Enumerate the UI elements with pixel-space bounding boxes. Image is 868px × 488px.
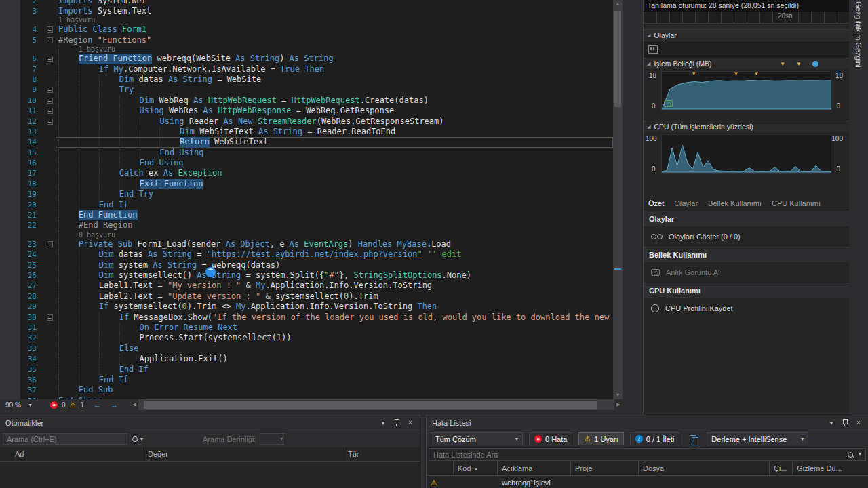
code-line[interactable]: 31On Error Resume Next xyxy=(0,323,613,333)
fold-margin[interactable]: − xyxy=(43,239,56,249)
fold-margin[interactable]: − xyxy=(43,85,56,95)
column-header-file[interactable]: Dosya xyxy=(639,462,770,475)
scroll-up-icon[interactable]: ▲ xyxy=(613,0,623,8)
fold-margin[interactable]: − xyxy=(43,24,56,35)
fold-margin[interactable]: − xyxy=(43,54,56,64)
code-line[interactable]: 34Application.Exit() xyxy=(0,354,613,364)
editor-vertical-scrollbar[interactable]: ▲ ▼ xyxy=(613,0,623,399)
column-header-project[interactable]: Proje xyxy=(571,462,639,475)
scroll-right-icon[interactable]: ▶ xyxy=(614,399,623,410)
intellisense-files-button[interactable] xyxy=(686,432,701,445)
navigate-back-icon[interactable]: ← xyxy=(94,401,101,409)
fold-margin[interactable]: − xyxy=(43,117,56,127)
messages-filter-button[interactable]: i 0 / 1 İleti xyxy=(630,432,680,445)
code-line[interactable]: 27Label1.Text = "My version : " & My.App… xyxy=(0,281,613,291)
fold-margin[interactable]: − xyxy=(43,312,56,323)
tab-cpu-kullanimi[interactable]: CPU Kullanımı xyxy=(772,199,821,207)
errors-filter-button[interactable]: × 0 Hata xyxy=(529,432,572,445)
code-line[interactable]: 30−If MessageBox.Show("If the version of… xyxy=(0,312,613,323)
error-count[interactable]: 0 xyxy=(62,401,66,409)
take-snapshot-link[interactable]: Anlık Görüntü Al xyxy=(644,262,849,283)
scroll-left-icon[interactable]: ◀ xyxy=(130,399,138,410)
warning-count[interactable]: 1 xyxy=(80,401,84,409)
caret-down-icon[interactable]: ▾ xyxy=(140,436,143,442)
fold-collapse-icon[interactable]: − xyxy=(47,108,53,114)
cpu-lane-header[interactable]: ◢ CPU (Tüm işlemcilerin yüzdesi) xyxy=(644,121,849,132)
code-line[interactable]: 16End Using xyxy=(0,158,613,168)
horizontal-scrollbar-thumb[interactable] xyxy=(144,401,597,409)
fold-margin[interactable]: − xyxy=(43,96,56,106)
window-menu-icon[interactable]: ▾ xyxy=(379,419,387,426)
column-header-name[interactable]: Ad xyxy=(0,447,142,461)
scroll-down-icon[interactable]: ▼ xyxy=(613,391,623,399)
scope-filter-select[interactable]: Tüm Çözüm ▾ xyxy=(431,432,523,445)
code-line[interactable]: 21End Function xyxy=(0,210,613,220)
code-line[interactable]: 7If My.Computer.Network.IsAvailable = Tr… xyxy=(0,64,613,75)
code-line[interactable]: 22#End Region xyxy=(0,220,613,230)
code-line[interactable]: 6−Friend Function webreqq(WebSite As Str… xyxy=(0,54,613,64)
search-depth-select[interactable]: ▾ xyxy=(260,433,285,445)
collapse-icon[interactable]: ◢ xyxy=(647,61,650,66)
pin-icon[interactable] xyxy=(394,419,399,426)
code-line[interactable]: 24Dim datas As String = "https://test.ay… xyxy=(0,249,613,260)
code-line[interactable]: 5−#Region "Functions" xyxy=(0,35,613,45)
fold-margin[interactable]: − xyxy=(43,106,56,116)
warning-row[interactable]: ⚠ webreqq' işlevi xyxy=(427,476,868,488)
autos-title-bar[interactable]: Otomatikler ▾ × xyxy=(0,415,420,430)
code-line[interactable]: 37End Sub xyxy=(0,385,613,395)
code-line[interactable]: 26Dim systemsellect() As String = system… xyxy=(0,270,613,281)
code-line[interactable]: 13Dim WebSiteText As String = Reader.Rea… xyxy=(0,127,613,137)
pin-icon[interactable] xyxy=(842,419,848,426)
codelens-label[interactable]: 1 başvuru xyxy=(58,16,95,24)
show-events-link[interactable]: Olayları Göster (0 / 0) xyxy=(644,226,849,247)
column-header-type[interactable]: Tür xyxy=(342,447,420,461)
caret-down-icon[interactable]: ▾ xyxy=(29,402,32,408)
code-line[interactable]: 2Imports System.Net xyxy=(0,0,613,6)
column-header-code[interactable]: Kod ▲ xyxy=(454,462,498,475)
cpu-plot[interactable] xyxy=(661,134,831,174)
codelens-label[interactable]: 1 başvuru xyxy=(79,45,115,54)
column-header-description[interactable]: Açıklama xyxy=(498,462,571,475)
code-line[interactable]: 19End Try xyxy=(0,189,613,199)
error-status-icon[interactable]: × xyxy=(50,401,58,409)
fold-collapse-icon[interactable]: − xyxy=(47,314,53,321)
zoom-select[interactable]: 90 % ▾ xyxy=(5,401,46,409)
navigate-forward-icon[interactable]: → xyxy=(111,401,118,409)
collapse-icon[interactable]: ◢ xyxy=(647,124,650,129)
code-line[interactable]: 36End If xyxy=(0,375,613,385)
code-line[interactable]: 17Catch ex As Exception xyxy=(0,168,613,178)
fold-collapse-icon[interactable]: − xyxy=(47,37,53,43)
column-header-line[interactable]: Çi... xyxy=(770,462,793,475)
code-line[interactable]: 12−Using Reader As New StreamReader(WebR… xyxy=(0,117,613,127)
error-list-search-input[interactable]: Hata Listesinde Ara ▾ xyxy=(429,448,866,461)
code-line[interactable]: 35End If xyxy=(0,365,613,375)
column-header-suppression[interactable]: Gizleme Du... xyxy=(793,462,868,475)
fold-collapse-icon[interactable]: − xyxy=(47,241,53,247)
codelens-row[interactable]: 1 başvuru xyxy=(0,45,613,54)
memory-lane-header[interactable]: ◢ İşlem Belleği (MB) ▼ ▼ xyxy=(644,58,849,69)
events-track[interactable] xyxy=(644,41,849,58)
code-line[interactable]: 18Exit Function xyxy=(0,179,613,189)
source-filter-select[interactable]: Derleme + IntelliSense ▾ xyxy=(707,432,808,445)
fold-collapse-icon[interactable]: − xyxy=(47,119,53,125)
code-line[interactable]: 14Return WebSiteText xyxy=(0,137,613,147)
window-menu-icon[interactable]: ▾ xyxy=(827,419,835,426)
code-line[interactable]: 10−Dim WebReq As HttpWebRequest = HttpWe… xyxy=(0,96,613,106)
fold-collapse-icon[interactable]: − xyxy=(47,98,53,104)
tab-ozet[interactable]: Özet xyxy=(648,199,664,207)
editor-horizontal-scrollbar[interactable]: ◀ ▶ xyxy=(130,399,623,410)
code-line[interactable]: 3Imports System.Text xyxy=(0,6,613,16)
fold-collapse-icon[interactable]: − xyxy=(47,56,53,62)
column-header-severity[interactable] xyxy=(427,462,454,475)
autos-search-input[interactable]: Arama (Ctrl+E) xyxy=(3,433,127,445)
tab-bellek-kullanimi[interactable]: Bellek Kullanımı xyxy=(708,199,762,207)
code-line[interactable]: 11−Using WebRes As HttpWebResponse = Web… xyxy=(0,106,613,116)
code-line[interactable]: 32Process.Start(systemsellect(1)) xyxy=(0,333,613,343)
close-icon[interactable]: × xyxy=(406,419,414,426)
code-line[interactable]: 9−Try xyxy=(0,85,613,95)
timeline-ruler[interactable]: 20sn xyxy=(644,12,849,24)
caret-down-icon[interactable]: ▾ xyxy=(859,451,861,458)
fold-margin[interactable]: − xyxy=(43,35,56,45)
vertical-scrollbar-thumb[interactable] xyxy=(614,11,621,107)
tab-olaylar[interactable]: Olaylar xyxy=(674,199,698,207)
